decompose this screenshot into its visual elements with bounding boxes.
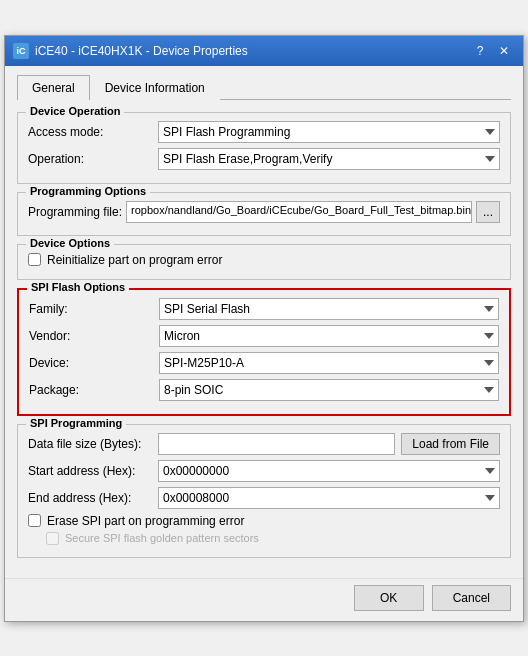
title-bar-controls: ? ✕	[469, 41, 515, 61]
end-addr-row: End address (Hex): 0x00008000	[28, 487, 500, 509]
package-label: Package:	[29, 383, 159, 397]
end-addr-select[interactable]: 0x00008000	[158, 487, 500, 509]
spi-programming-title: SPI Programming	[26, 417, 126, 429]
programming-file-display: ropbox/nandland/Go_Board/iCEcube/Go_Boar…	[126, 201, 472, 223]
operation-label: Operation:	[28, 152, 158, 166]
title-bar-left: iC iCE40 - iCE40HX1K - Device Properties	[13, 43, 248, 59]
device-operation-section: Device Operation Access mode: SPI Flash …	[17, 112, 511, 184]
start-addr-select[interactable]: 0x00000000	[158, 460, 500, 482]
dialog-window: iC iCE40 - iCE40HX1K - Device Properties…	[4, 35, 524, 622]
ok-button[interactable]: OK	[354, 585, 424, 611]
secure-label: Secure SPI flash golden pattern sectors	[65, 532, 259, 544]
access-mode-row: Access mode: SPI Flash Programming	[28, 121, 500, 143]
tab-general[interactable]: General	[17, 75, 90, 100]
data-size-row: Data file size (Bytes): 32300 Load from …	[28, 433, 500, 455]
device-options-title: Device Options	[26, 237, 114, 249]
programming-options-title: Programming Options	[26, 185, 150, 197]
device-select[interactable]: SPI-M25P10-A	[159, 352, 499, 374]
reinitialize-checkbox[interactable]	[28, 253, 41, 266]
device-label: Device:	[29, 356, 159, 370]
vendor-row: Vendor: Micron	[29, 325, 499, 347]
start-addr-label: Start address (Hex):	[28, 464, 158, 478]
cancel-button[interactable]: Cancel	[432, 585, 511, 611]
erase-row: Erase SPI part on programming error	[28, 514, 500, 528]
erase-label: Erase SPI part on programming error	[47, 514, 244, 528]
help-button[interactable]: ?	[469, 41, 491, 61]
data-size-label: Data file size (Bytes):	[28, 437, 158, 451]
erase-checkbox[interactable]	[28, 514, 41, 527]
dialog-footer: OK Cancel	[5, 578, 523, 621]
operation-select[interactable]: SPI Flash Erase,Program,Verify	[158, 148, 500, 170]
spi-flash-options-section: SPI Flash Options Family: SPI Serial Fla…	[17, 288, 511, 416]
package-row: Package: 8-pin SOIC	[29, 379, 499, 401]
programming-file-row: Programming file: ropbox/nandland/Go_Boa…	[28, 201, 500, 223]
reinitialize-label: Reinitialize part on program error	[47, 253, 222, 267]
load-from-file-button[interactable]: Load from File	[401, 433, 500, 455]
dialog-content: General Device Information Device Operat…	[5, 66, 523, 578]
vendor-label: Vendor:	[29, 329, 159, 343]
reinitialize-row: Reinitialize part on program error	[28, 253, 500, 267]
family-label: Family:	[29, 302, 159, 316]
spi-flash-title: SPI Flash Options	[27, 281, 129, 293]
access-mode-label: Access mode:	[28, 125, 158, 139]
device-options-section: Device Options Reinitialize part on prog…	[17, 244, 511, 280]
device-row: Device: SPI-M25P10-A	[29, 352, 499, 374]
vendor-select[interactable]: Micron	[159, 325, 499, 347]
secure-row: Secure SPI flash golden pattern sectors	[28, 532, 500, 545]
family-row: Family: SPI Serial Flash	[29, 298, 499, 320]
app-icon: iC	[13, 43, 29, 59]
window-title: iCE40 - iCE40HX1K - Device Properties	[35, 44, 248, 58]
secure-checkbox[interactable]	[46, 532, 59, 545]
spi-programming-section: SPI Programming Data file size (Bytes): …	[17, 424, 511, 558]
tab-bar: General Device Information	[17, 74, 511, 100]
data-size-input[interactable]: 32300	[158, 433, 395, 455]
device-operation-title: Device Operation	[26, 105, 124, 117]
family-select[interactable]: SPI Serial Flash	[159, 298, 499, 320]
programming-file-label: Programming file:	[28, 205, 122, 219]
browse-button[interactable]: ...	[476, 201, 500, 223]
operation-row: Operation: SPI Flash Erase,Program,Verif…	[28, 148, 500, 170]
title-bar: iC iCE40 - iCE40HX1K - Device Properties…	[5, 36, 523, 66]
access-mode-select[interactable]: SPI Flash Programming	[158, 121, 500, 143]
close-button[interactable]: ✕	[493, 41, 515, 61]
programming-options-section: Programming Options Programming file: ro…	[17, 192, 511, 236]
tab-device-information[interactable]: Device Information	[90, 75, 220, 100]
end-addr-label: End address (Hex):	[28, 491, 158, 505]
package-select[interactable]: 8-pin SOIC	[159, 379, 499, 401]
start-addr-row: Start address (Hex): 0x00000000	[28, 460, 500, 482]
